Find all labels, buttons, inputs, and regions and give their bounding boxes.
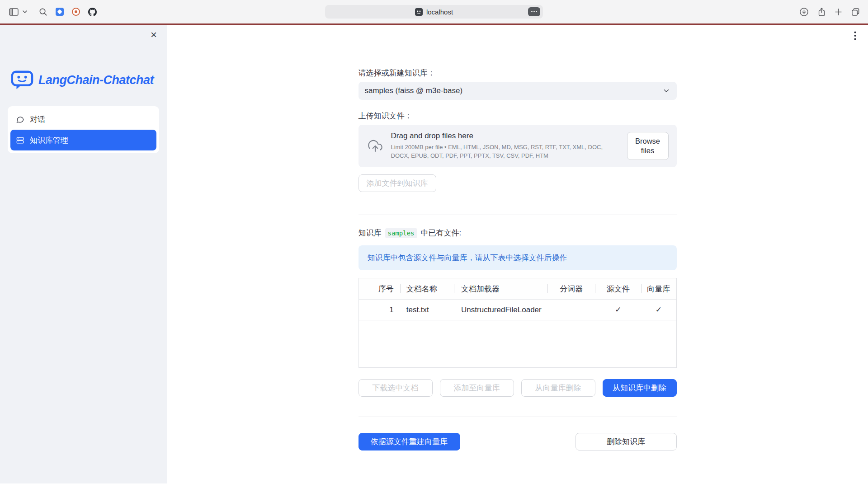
chat-icon — [16, 115, 24, 124]
delete-from-kb-button[interactable]: 从知识库中删除 — [603, 379, 677, 397]
browser-toolbar: localhost — [0, 0, 868, 23]
kb-name-code: samples — [385, 228, 417, 238]
extension-blue-icon[interactable] — [56, 8, 64, 16]
add-files-to-kb-button[interactable]: 添加文件到知识库 — [359, 174, 436, 192]
cell-splitter — [547, 300, 595, 320]
column-header: 向量库 — [641, 278, 676, 299]
extension-target-icon[interactable] — [72, 8, 80, 16]
cell-vector-check: ✓ — [641, 300, 676, 320]
kb-files-heading: 知识库 samples 中已有文件: — [359, 228, 677, 238]
cell-source-check: ✓ — [595, 300, 641, 320]
ellipsis-badge-icon[interactable] — [528, 7, 540, 16]
column-header: 源文件 — [595, 278, 641, 299]
tab-overview-icon[interactable] — [851, 8, 860, 16]
sidebar-item-dialogue[interactable]: 对话 — [10, 109, 156, 130]
new-tab-icon[interactable] — [835, 8, 842, 16]
table-row[interactable]: 1 test.txt UnstructuredFileLoader ✓ ✓ — [359, 300, 676, 320]
divider — [359, 215, 677, 215]
delete-kb-button[interactable]: 删除知识库 — [576, 433, 677, 450]
rebuild-vectorstore-button[interactable]: 依据源文件重建向量库 — [359, 433, 460, 450]
upload-cloud-icon — [367, 139, 384, 153]
sidebar-item-label: 对话 — [30, 114, 45, 125]
main-menu-icon[interactable] — [852, 29, 858, 44]
share-icon[interactable] — [818, 7, 826, 17]
sidebar-item-label: 知识库管理 — [30, 135, 68, 145]
sidebar-nav: 对话 知识库管理 — [8, 106, 159, 153]
cell-loader: UnstructuredFileLoader — [454, 300, 547, 320]
add-to-vectorstore-button[interactable]: 添加至向量库 — [440, 379, 514, 397]
url-text: localhost — [426, 8, 453, 16]
chevron-down-icon[interactable] — [23, 10, 27, 13]
chevron-down-icon — [662, 87, 670, 95]
divider — [359, 417, 677, 417]
kb-files-table: 序号 文档名称 文档加载器 分词器 源文件 向量库 1 test.txt Uns… — [359, 278, 677, 368]
remove-from-vectorstore-button[interactable]: 从向量库删除 — [521, 379, 595, 397]
sidebar-item-kb-management[interactable]: 知识库管理 — [10, 130, 156, 150]
url-bar[interactable]: localhost — [325, 5, 543, 19]
github-icon[interactable] — [88, 8, 97, 16]
column-header: 文档名称 — [400, 278, 454, 299]
logo-icon — [11, 70, 33, 90]
download-selected-button[interactable]: 下载选中文档 — [359, 379, 433, 397]
sidebar: × LangChain-Chatchat 对话 知识库管理 — [0, 25, 167, 483]
sidebar-toggle-icon[interactable] — [9, 8, 19, 16]
cell-index: 1 — [359, 300, 400, 320]
table-header-row: 序号 文档名称 文档加载器 分词器 源文件 向量库 — [359, 278, 676, 300]
column-header: 分词器 — [547, 278, 595, 299]
info-banner: 知识库中包含源文件与向量库，请从下表中选择文件后操作 — [359, 245, 677, 270]
app-logo: LangChain-Chatchat — [11, 70, 167, 90]
kb-select-label: 请选择或新建知识库： — [359, 68, 677, 78]
column-header: 文档加载器 — [454, 278, 547, 299]
close-sidebar-icon[interactable]: × — [149, 28, 159, 42]
uploader-title: Drag and drop files here — [391, 131, 620, 141]
kb-select[interactable]: samples (faiss @ m3e-base) — [359, 82, 677, 100]
cell-doc-name: test.txt — [400, 300, 454, 320]
column-header: 序号 — [359, 278, 400, 299]
browse-files-button[interactable]: Browse files — [627, 132, 669, 160]
table-empty-area — [359, 320, 676, 367]
knowledge-base-icon — [16, 136, 24, 145]
upload-label: 上传知识文件： — [359, 111, 677, 121]
uploader-limit-text: Limit 200MB per file • EML, HTML, JSON, … — [391, 143, 620, 160]
file-uploader-dropzone[interactable]: Drag and drop files here Limit 200MB per… — [359, 125, 677, 167]
downloads-icon[interactable] — [799, 7, 809, 17]
logo-text: LangChain-Chatchat — [38, 73, 154, 87]
decoration-bar — [0, 23, 868, 25]
main-area: 请选择或新建知识库： samples (faiss @ m3e-base) 上传… — [167, 25, 868, 488]
kb-select-value: samples (faiss @ m3e-base) — [365, 86, 463, 95]
site-favicon — [415, 8, 423, 16]
search-icon[interactable] — [39, 8, 47, 16]
